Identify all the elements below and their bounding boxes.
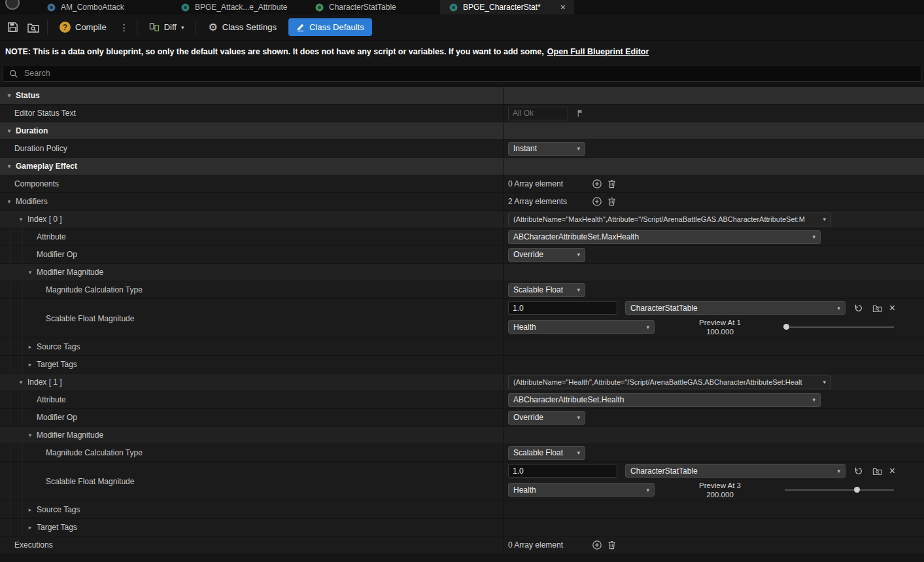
preview-slider[interactable] — [785, 323, 894, 332]
slider-handle[interactable] — [854, 487, 860, 493]
magnitude-value-input[interactable] — [508, 301, 617, 315]
property-label: Scalable Float Magnitude — [46, 477, 134, 486]
duration-policy-combo[interactable]: Instant ▾ — [508, 142, 585, 156]
modifier-magnitude-row[interactable]: ▾Modifier Magnitude — [0, 264, 924, 281]
chevron-down-icon: ▾ — [577, 145, 580, 152]
curve-table-combo[interactable]: CharacterStatTable ▾ — [625, 301, 846, 315]
property-label: Modifier Magnitude — [37, 268, 103, 277]
toolbar: ? Compile ⋮ Diff ▾ ⚙ Class Settings Clas… — [0, 14, 924, 41]
curve-row-name-combo[interactable]: Health ▾ — [508, 483, 655, 497]
attribute-row: Attribute ABCharacterAttributeSet.Health… — [0, 391, 924, 409]
executions-row: Executions 0 Array element — [0, 536, 924, 554]
search-box — [3, 65, 921, 82]
modifier-op-row: Modifier Op Override ▾ — [0, 246, 924, 264]
combo-value: Instant — [513, 144, 537, 153]
blueprint-effect-icon — [181, 3, 190, 12]
magnitude-calc-type-combo[interactable]: Scalable Float ▾ — [508, 446, 585, 460]
chevron-down-icon: ▾ — [646, 324, 649, 330]
duration-policy-row: Duration Policy Instant ▾ — [0, 140, 924, 158]
combo-value: Health — [513, 485, 536, 495]
modifier-summary-combo[interactable]: (AttributeName="Health",Attribute="/Scri… — [508, 376, 831, 389]
chevron-down-icon: ▾ — [823, 216, 826, 222]
diff-label: Diff — [164, 22, 177, 32]
combo-value: ABCharacterAttributeSet.MaxHealth — [513, 232, 639, 241]
magnitude-calc-type-row: Magnitude Calculation Type Scalable Floa… — [0, 444, 924, 462]
tab-bpge-attack-attribute[interactable]: BPGE_Attack...e_Attribute — [172, 0, 306, 14]
property-label: Modifier Op — [37, 413, 77, 422]
slider-handle[interactable] — [783, 324, 789, 330]
preview-slider[interactable] — [785, 485, 894, 495]
save-button[interactable] — [5, 20, 20, 35]
empty-area — [0, 554, 924, 562]
source-tags-row[interactable]: ▸Source Tags — [0, 501, 924, 519]
property-label: Components — [14, 179, 59, 188]
compile-label: Compile — [75, 22, 107, 32]
clear-array-icon[interactable] — [604, 177, 619, 191]
details-panel: ▾Status Editor Status Text ▾Duration Dur… — [0, 87, 924, 562]
tab-label: AM_ComboAttack — [61, 3, 124, 12]
add-array-element-icon[interactable] — [590, 177, 604, 191]
browse-to-asset-icon[interactable] — [870, 464, 885, 478]
collapse-arrow-icon: ▾ — [17, 216, 25, 222]
modifier-index-row[interactable]: ▾Index [ 1 ] (AttributeName="Health",Att… — [0, 374, 924, 391]
modifier-op-combo[interactable]: Override ▾ — [508, 248, 585, 262]
tab-characterstattable[interactable]: CharacterStatTable — [306, 0, 440, 14]
attribute-combo[interactable]: ABCharacterAttributeSet.Health ▾ — [508, 393, 821, 407]
class-defaults-button[interactable]: Class Defaults — [288, 18, 372, 36]
close-tab-icon[interactable]: × — [558, 3, 568, 12]
property-label: Magnitude Calculation Type — [46, 448, 143, 457]
clear-asset-icon[interactable]: × — [889, 466, 895, 476]
property-label: Target Tags — [37, 523, 77, 532]
clear-array-icon[interactable] — [604, 538, 619, 552]
preview-label: Preview At 1 — [661, 318, 779, 327]
property-label: Attribute — [37, 395, 66, 404]
property-label: Executions — [14, 540, 53, 550]
add-array-element-icon[interactable] — [590, 538, 604, 552]
search-input[interactable] — [3, 65, 921, 81]
compile-button[interactable]: ? Compile — [54, 18, 112, 36]
add-array-element-icon[interactable] — [590, 194, 604, 209]
data-only-note: NOTE: This is a data only blueprint, so … — [0, 41, 924, 63]
class-settings-button[interactable]: ⚙ Class Settings — [203, 19, 281, 36]
open-full-blueprint-editor-link[interactable]: Open Full Blueprint Editor — [547, 47, 649, 56]
use-selected-asset-icon[interactable] — [851, 301, 866, 315]
property-label: Target Tags — [37, 360, 77, 369]
combo-value: CharacterStatTable — [630, 304, 698, 313]
chevron-down-icon: ▾ — [646, 487, 649, 493]
browse-content-browser-button[interactable] — [26, 20, 41, 35]
modifier-op-combo[interactable]: Override ▾ — [508, 411, 585, 425]
chevron-down-icon: ▾ — [823, 379, 826, 385]
curve-row-name-combo[interactable]: Health ▾ — [508, 320, 655, 334]
editor-status-text-input[interactable] — [508, 107, 568, 120]
curve-table-combo[interactable]: CharacterStatTable ▾ — [625, 464, 846, 478]
clear-array-icon[interactable] — [604, 194, 619, 209]
use-selected-asset-icon[interactable] — [851, 464, 866, 478]
tab-bpge-characterstat[interactable]: BPGE_CharacterStat* × — [440, 0, 574, 14]
source-tags-row[interactable]: ▸Source Tags — [0, 338, 924, 356]
property-label: Source Tags — [37, 505, 80, 514]
modifier-magnitude-row[interactable]: ▾Modifier Magnitude — [0, 427, 924, 444]
target-tags-row[interactable]: ▸Target Tags — [0, 519, 924, 536]
property-label: Modifier Magnitude — [37, 430, 103, 440]
magnitude-value-input[interactable] — [508, 464, 617, 478]
clear-asset-icon[interactable]: × — [889, 303, 895, 313]
compile-options-icon[interactable]: ⋮ — [118, 20, 130, 35]
target-tags-row[interactable]: ▸Target Tags — [0, 356, 924, 374]
modifier-summary-combo[interactable]: (AttributeName="MaxHealth",Attribute="/S… — [508, 213, 831, 226]
category-gameplay-effect[interactable]: ▾Gameplay Effect — [0, 158, 924, 175]
tab-am-comboattack[interactable]: AM_ComboAttack — [38, 0, 172, 14]
modifier-index-row[interactable]: ▾Index [ 0 ] (AttributeName="MaxHealth",… — [0, 211, 924, 228]
category-status[interactable]: ▾Status — [0, 87, 924, 105]
blueprint-editor-window: AM_ComboAttack BPGE_Attack...e_Attribute… — [0, 0, 924, 562]
browse-to-asset-icon[interactable] — [870, 301, 885, 315]
modifiers-row[interactable]: ▾Modifiers 2 Array elements — [0, 193, 924, 211]
collapse-arrow-icon: ▾ — [17, 379, 25, 385]
magnitude-calc-type-combo[interactable]: Scalable Float ▾ — [508, 283, 585, 297]
magnitude-calc-type-row: Magnitude Calculation Type Scalable Floa… — [0, 281, 924, 299]
attribute-combo[interactable]: ABCharacterAttributeSet.MaxHealth ▾ — [508, 230, 821, 244]
category-label: Gameplay Effect — [16, 162, 77, 171]
diff-button[interactable]: Diff ▾ — [144, 19, 190, 35]
modifier-op-row: Modifier Op Override ▾ — [0, 409, 924, 427]
chevron-down-icon: ▾ — [812, 396, 815, 403]
category-duration[interactable]: ▾Duration — [0, 122, 924, 140]
